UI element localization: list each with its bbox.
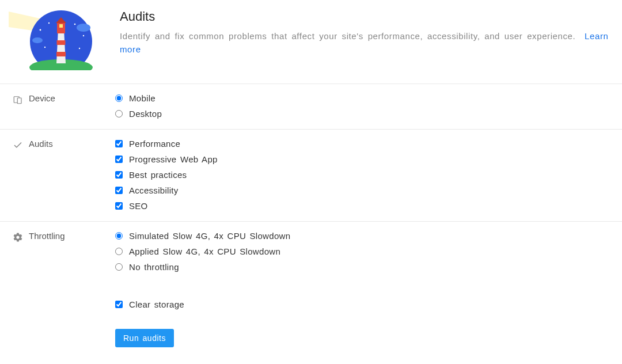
device-section: Device Mobile Desktop <box>0 84 622 129</box>
clear-storage-checkbox[interactable] <box>115 301 123 308</box>
throttling-option-none[interactable]: No throttling <box>115 262 616 272</box>
header: Audits Identify and fix common problems … <box>0 0 622 84</box>
svg-point-4 <box>74 24 76 25</box>
device-option-mobile[interactable]: Mobile <box>115 93 616 103</box>
audit-option-seo[interactable]: SEO <box>115 201 616 211</box>
svg-rect-14 <box>56 52 66 56</box>
throttling-option-simulated[interactable]: Simulated Slow 4G, 4x CPU Slowdown <box>115 231 616 241</box>
svg-rect-17 <box>59 24 63 28</box>
throttling-radio-none[interactable] <box>115 263 123 271</box>
device-radio-desktop[interactable] <box>115 110 123 117</box>
audit-option-performance[interactable]: Performance <box>115 139 616 149</box>
device-label: Device <box>13 93 115 119</box>
audit-checkbox-pwa[interactable] <box>115 156 123 163</box>
throttling-section: Throttling Simulated Slow 4G, 4x CPU Slo… <box>0 221 622 358</box>
svg-point-7 <box>79 48 80 49</box>
device-radio-mobile[interactable] <box>115 94 123 102</box>
page-title: Audits <box>120 9 616 24</box>
audit-checkbox-accessibility[interactable] <box>115 187 123 194</box>
throttling-radio-applied[interactable] <box>115 248 123 255</box>
audit-checkbox-performance[interactable] <box>115 140 123 147</box>
clear-storage-option[interactable]: Clear storage <box>115 299 616 309</box>
gear-icon <box>13 232 23 242</box>
throttling-label: Throttling <box>13 231 115 347</box>
device-option-desktop[interactable]: Desktop <box>115 109 616 119</box>
audit-option-bestpractices[interactable]: Best practices <box>115 170 616 180</box>
svg-point-2 <box>40 29 41 31</box>
audits-label: Audits <box>13 139 115 211</box>
svg-point-6 <box>44 47 45 48</box>
svg-point-8 <box>77 24 90 32</box>
svg-rect-19 <box>17 98 21 104</box>
svg-rect-12 <box>57 29 65 33</box>
throttling-radio-simulated[interactable] <box>115 232 123 240</box>
device-icon <box>13 94 23 105</box>
svg-point-9 <box>32 37 43 43</box>
run-audits-button[interactable]: Run audits <box>115 329 174 347</box>
throttling-option-applied[interactable]: Applied Slow 4G, 4x CPU Slowdown <box>115 247 616 256</box>
audit-checkbox-seo[interactable] <box>115 202 123 210</box>
lighthouse-icon <box>6 7 104 70</box>
audit-checkbox-bestpractices[interactable] <box>115 171 123 179</box>
svg-rect-13 <box>57 40 66 45</box>
check-icon <box>13 140 23 150</box>
audits-section: Audits Performance Progressive Web App B… <box>0 129 622 221</box>
audit-option-pwa[interactable]: Progressive Web App <box>115 154 616 164</box>
page-description: Identify and fix common problems that af… <box>120 30 616 56</box>
lighthouse-logo <box>6 6 104 72</box>
svg-point-3 <box>48 22 50 24</box>
svg-point-5 <box>83 35 84 36</box>
audit-option-accessibility[interactable]: Accessibility <box>115 185 616 195</box>
